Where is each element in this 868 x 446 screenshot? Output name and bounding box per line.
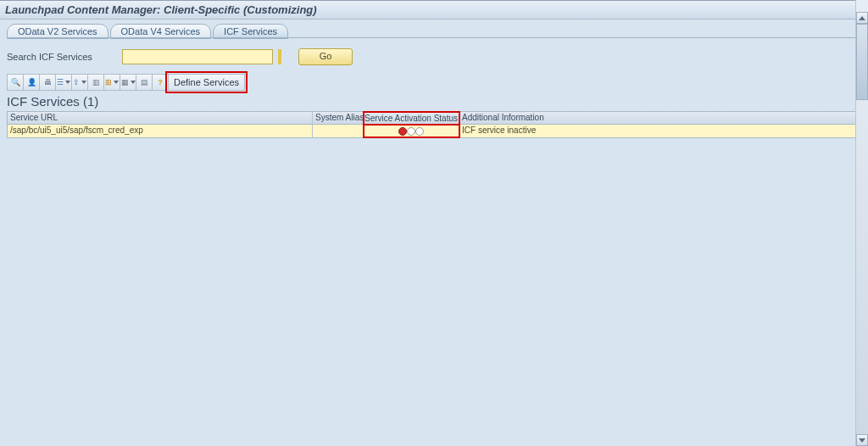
scroll-thumb[interactable] xyxy=(856,24,868,100)
col-header-status[interactable]: Service Activation Status xyxy=(364,112,459,125)
help-icon[interactable]: ? xyxy=(152,74,169,91)
status-light-yellow-icon xyxy=(407,127,415,136)
scroll-up-icon[interactable] xyxy=(856,12,868,24)
cell-info: ICF service inactive xyxy=(459,125,861,137)
detail-icon[interactable]: 🔍 xyxy=(7,74,24,91)
col-header-info[interactable]: Additional Information xyxy=(459,112,861,125)
define-services-button[interactable]: Define Services xyxy=(168,74,245,91)
go-button[interactable]: Go xyxy=(298,48,353,65)
excel-icon[interactable]: ⊞ xyxy=(103,74,120,91)
layout-icon[interactable]: ▦ xyxy=(120,74,136,91)
status-light-red-icon xyxy=(398,127,407,136)
cell-alias xyxy=(313,125,364,137)
search-label: Search ICF Services xyxy=(7,52,117,62)
scroll-down-icon[interactable] xyxy=(856,434,868,446)
status-light-green-icon xyxy=(415,127,424,136)
print-icon[interactable]: 🖶 xyxy=(39,74,56,91)
section-title: ICF Services (1) xyxy=(7,94,861,109)
table-row[interactable]: /sap/bc/ui5_ui5/sap/fscm_cred_exp ICF se… xyxy=(8,125,861,137)
search-input[interactable] xyxy=(122,49,273,64)
search-f4-handle[interactable] xyxy=(278,49,281,64)
toolbar: 🔍 👤 🖶 ☰ ⇪ ▥ ⊞ ▦ ▤ ? Define Services xyxy=(0,74,868,91)
col-header-alias[interactable]: System Alias xyxy=(313,112,364,125)
vertical-scrollbar[interactable] xyxy=(855,0,868,446)
tabs-row: OData V2 Services OData V4 Services ICF … xyxy=(0,20,868,38)
column-icon[interactable]: ▥ xyxy=(87,74,104,91)
table-header: Service URL System Alias Service Activat… xyxy=(8,112,861,125)
icf-services-table: Service URL System Alias Service Activat… xyxy=(7,111,861,138)
filter-icon[interactable]: ☰ xyxy=(55,74,72,91)
grid-icon[interactable]: ▤ xyxy=(136,74,153,91)
col-header-url[interactable]: Service URL xyxy=(8,112,313,125)
cell-status xyxy=(364,125,459,137)
cell-url: /sap/bc/ui5_ui5/sap/fscm_cred_exp xyxy=(8,125,313,137)
user-icon[interactable]: 👤 xyxy=(23,74,40,91)
export-icon[interactable]: ⇪ xyxy=(71,74,88,91)
page-title: Launchpad Content Manager: Client-Specif… xyxy=(0,1,868,20)
